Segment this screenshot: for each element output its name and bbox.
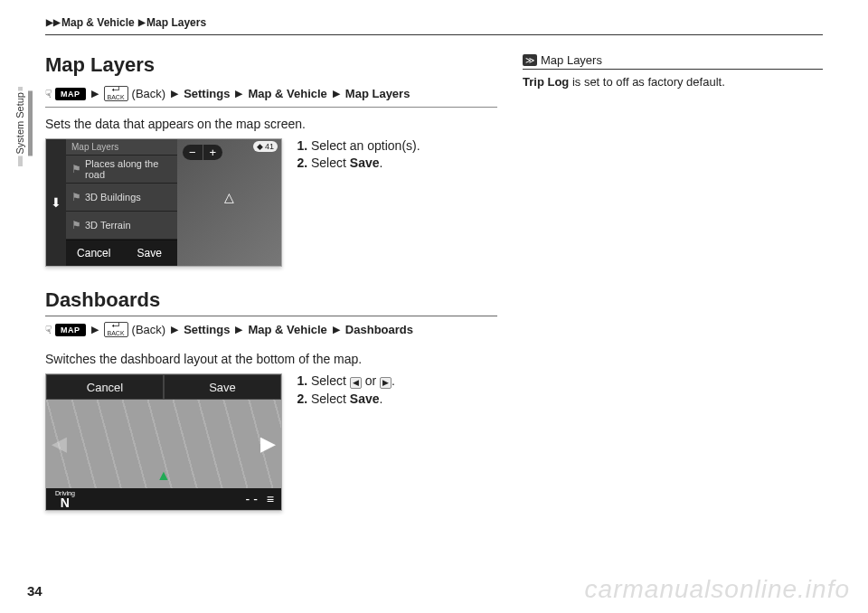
compass-n: N [61,496,70,509]
cancel-button: Cancel [46,374,164,400]
chevron-icon: ▶ [333,88,340,99]
path-map-layers: Map Layers [345,87,410,100]
screenshot-map-layers: ⬇ Map Layers ⚑Places along the road ⚑3D … [45,138,282,267]
steps-list: Select an option(s). Select Save. [295,138,420,173]
section-tab: System Setup [13,90,27,156]
chevron-icon: ▶ [333,324,340,335]
heading-map-layers: Map Layers [45,53,497,80]
main-column: Map Layers ☟ MAP ▶ ⮠BACK (Back) ▶ Settin… [45,53,497,533]
scroll-handle: ⬇ [46,139,66,266]
option-3d-buildings: ⚑3D Buildings [66,184,177,212]
chevron-icon: ▶ [138,17,146,27]
map-button-icon: MAP [55,88,86,100]
shield-icon: ◆ [257,142,263,151]
right-arrow-box-icon: ▶ [380,377,392,389]
menu-icon: ≡ [267,492,274,506]
chevron-icon: ▶ [235,324,242,335]
chevron-icon: ▶ [235,88,242,99]
flag-icon: ⚑ [71,219,81,231]
chevron-icon: ▶ [91,88,99,99]
right-arrow-icon: ▶ [260,432,276,456]
note-icon: ≫ [523,54,537,66]
note-header: ≫ Map Layers [523,53,823,70]
manual-page: ▶▶Map & Vehicle ▶Map Layers System Setup… [0,0,868,613]
option-places: ⚑Places along the road [66,156,177,184]
note-body: Trip Log is set to off as factory defaul… [523,70,823,89]
zoom-control: −+ [183,145,222,160]
step-2: Select Save. [311,391,395,406]
step-1: Select an option(s). [311,138,420,153]
nav-path: ☟ MAP ▶ ⮠BACK (Back) ▶ Settings ▶ Map & … [45,86,497,108]
breadcrumb: ▶▶Map & Vehicle ▶Map Layers [45,16,823,35]
map-preview: ◀ ▶ ▲ [46,400,281,488]
page-number: 34 [27,583,42,599]
vehicle-cursor-icon: ▲ [156,467,171,484]
option-3d-terrain: ⚑3D Terrain [66,212,177,240]
back-button-icon: ⮠BACK [104,322,128,337]
zoom-in-icon: + [203,145,223,160]
path-settings: Settings [184,323,230,336]
screenshot-dashboards: Cancel Save ◀ ▶ ▲ Driving N [45,373,282,511]
heading-dashboards: Dashboards [45,288,497,316]
path-settings: Settings [184,87,230,100]
nav-path: ☟ MAP ▶ ⮠BACK (Back) ▶ Settings ▶ Map & … [45,322,497,343]
save-button: Save [164,374,281,400]
description: Sets the data that appears on the map sc… [45,117,497,131]
speed-placeholder: - - [246,492,258,506]
path-dashboards: Dashboards [345,323,413,336]
map-button-icon: MAP [55,324,86,336]
zoom-out-icon: − [183,145,203,160]
route-badge: ◆41 [253,141,278,152]
breadcrumb-a: Map & Vehicle [61,16,135,29]
description: Switches the dashboard layout at the bot… [45,352,497,366]
step-2: Select Save. [311,156,420,170]
note-title: Map Layers [541,53,602,67]
chevron-icon: ▶▶ [46,17,61,27]
left-arrow-icon: ◀ [52,432,67,456]
chevron-icon: ▶ [171,88,178,99]
hand-icon: ☟ [45,88,52,100]
chevron-icon: ▶ [91,324,99,335]
flag-icon: ⚑ [71,163,81,175]
hand-icon: ☟ [45,324,52,336]
path-map-vehicle: Map & Vehicle [248,323,326,336]
notes-column: ≫ Map Layers Trip Log is set to off as f… [523,53,823,533]
flag-icon: ⚑ [71,191,81,203]
watermark: carmanualsonline.info [585,575,850,604]
save-button: Save [122,240,178,266]
map-preview: −+ ◆41 △ [177,139,281,266]
back-label: (Back) [132,323,166,336]
chevron-icon: ▶ [171,324,178,335]
screenshot-title: Map Layers [66,139,177,156]
path-map-vehicle: Map & Vehicle [248,87,326,100]
steps-list: Select ◀ or ▶. Select Save. [295,373,395,409]
cancel-button: Cancel [66,240,122,266]
vehicle-cursor-icon: △ [224,190,234,204]
down-arrow-icon: ⬇ [51,195,61,210]
step-1: Select ◀ or ▶. [311,373,395,389]
left-arrow-box-icon: ◀ [350,377,362,389]
dashboard-bar: Driving N - - ≡ [46,488,281,510]
breadcrumb-b: Map Layers [146,16,206,29]
back-button-icon: ⮠BACK [104,86,128,101]
back-label: (Back) [132,87,166,100]
